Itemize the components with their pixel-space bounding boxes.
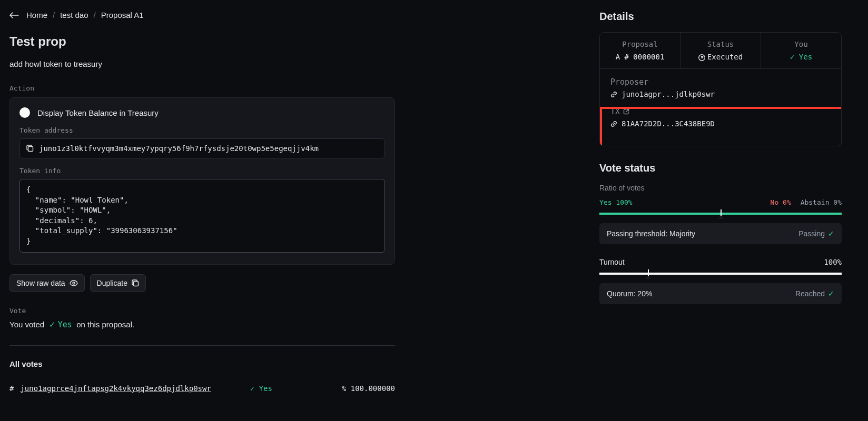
link-icon (610, 91, 617, 98)
vote-line: You voted ✓ Yes on this proposal. (9, 320, 574, 329)
vote-value: Yes (58, 320, 72, 329)
divider (9, 345, 395, 346)
svg-point-1 (73, 282, 75, 284)
details-status-label: Status (686, 40, 755, 48)
ratio-yes: Yes 100% (599, 198, 633, 206)
turnout-bar-triangle (646, 276, 651, 279)
token-address-value: juno1z3l0ktfvvyqm3m4xmey7ypqry56f9h7rfys… (39, 144, 319, 153)
vote-suffix: on this proposal. (76, 320, 134, 329)
all-votes-title: All votes (9, 359, 574, 368)
breadcrumb-home[interactable]: Home (26, 11, 47, 19)
threshold-label: Passing threshold: Majority (607, 229, 695, 238)
details-proposal-cell: Proposal A # 0000001 (600, 33, 680, 68)
breadcrumb: Home / test dao / Proposal A1 (9, 11, 574, 19)
vote-row-vote: Yes (259, 384, 272, 393)
duplicate-button[interactable]: Duplicate (90, 274, 146, 292)
breadcrumb-proposal[interactable]: Proposal A1 (101, 11, 144, 19)
voter-address[interactable]: juno1agprce4jnftapsg2k4vkyqq3ez6dpjdlkp0… (20, 384, 211, 393)
quorum-box: Quorum: 20% Reached ✓ (599, 283, 842, 304)
executed-icon (698, 54, 705, 61)
details-you-label: You (766, 40, 836, 48)
check-icon: ✓ (790, 53, 799, 61)
ratio-bar-triangle (718, 216, 724, 219)
tx-value-row[interactable]: 81AA72D2D...3C438BE9D (610, 119, 831, 128)
ratio-bar (599, 213, 842, 215)
breadcrumb-sep: / (94, 11, 96, 19)
details-card: Proposal A # 0000001 Status Executed You… (599, 32, 842, 146)
tx-label: TX (610, 107, 620, 116)
back-arrow-icon[interactable] (9, 12, 19, 18)
ratio-label: Ratio of votes (599, 184, 842, 192)
turnout-bar (599, 273, 842, 275)
eye-icon (70, 280, 78, 286)
details-proposal-label: Proposal (605, 40, 675, 48)
link-icon (610, 121, 617, 127)
details-title: Details (599, 11, 842, 23)
quorum-status: Reached (795, 289, 825, 298)
ratio-no: No 0% (771, 198, 791, 206)
show-raw-data-label: Show raw data (16, 279, 65, 287)
check-icon: ✓ (828, 229, 834, 238)
details-status-value: Executed (686, 53, 755, 61)
turnout-label: Turnout (599, 258, 625, 266)
turnout-bar-fill (599, 273, 842, 275)
vote-prefix: You voted (9, 320, 44, 329)
proposer-value-row[interactable]: juno1agpr...jdlkp0swr (610, 90, 831, 98)
action-title: Display Token Balance in Treasury (37, 108, 159, 117)
action-dot-icon (19, 107, 30, 118)
svg-rect-0 (28, 147, 33, 152)
quorum-label: Quorum: 20% (607, 289, 652, 298)
svg-rect-2 (133, 281, 138, 286)
show-raw-data-button[interactable]: Show raw data (9, 274, 85, 292)
details-you-value: ✓ Yes (766, 53, 836, 61)
external-link-icon (623, 108, 629, 115)
details-status-cell: Status Executed (680, 33, 761, 68)
breadcrumb-sep: / (53, 11, 55, 19)
details-proposal-value: A # 0000001 (605, 53, 675, 61)
vote-status-title: Vote status (599, 162, 842, 174)
vote-row-pct: 100.000000 (351, 384, 395, 393)
details-you-cell: You ✓ Yes (761, 33, 841, 68)
breadcrumb-dao[interactable]: test dao (60, 11, 88, 19)
check-icon: ✓ (250, 384, 259, 393)
check-icon: ✓ (828, 289, 834, 298)
token-address-label: Token address (19, 126, 385, 134)
copy-icon (132, 279, 139, 287)
turnout-pct: 100% (824, 258, 842, 266)
ratio-abstain: Abstain 0% (801, 198, 842, 206)
vote-section-label: Vote (9, 307, 574, 315)
duplicate-label: Duplicate (97, 279, 127, 287)
copy-icon[interactable] (26, 145, 34, 152)
threshold-status: Passing (798, 229, 825, 238)
pct-prefix: % (342, 384, 346, 393)
action-section-label: Action (9, 84, 574, 92)
proposer-label: Proposer (610, 77, 831, 87)
tx-value: 81AA72D2D...3C438BE9D (622, 119, 715, 128)
tx-label-row[interactable]: TX (610, 107, 831, 116)
token-address-box[interactable]: juno1z3l0ktfvvyqm3m4xmey7ypqry56f9h7rfys… (19, 138, 385, 158)
check-icon: ✓ (49, 320, 58, 329)
proposer-value: juno1agpr...jdlkp0swr (622, 90, 715, 98)
token-info-label: Token info (19, 167, 385, 175)
page-description: add howl token to treasury (9, 59, 574, 68)
action-card: Display Token Balance in Treasury Token … (9, 97, 395, 265)
page-title: Test prop (9, 34, 574, 49)
threshold-box: Passing threshold: Majority Passing ✓ (599, 223, 842, 244)
hash-prefix: # (9, 384, 14, 393)
token-info-box[interactable]: { "name": "Howl Token", "symbol": "HOWL"… (19, 179, 385, 253)
vote-row: # juno1agprce4jnftapsg2k4vkyqq3ez6dpjdlk… (9, 384, 395, 393)
